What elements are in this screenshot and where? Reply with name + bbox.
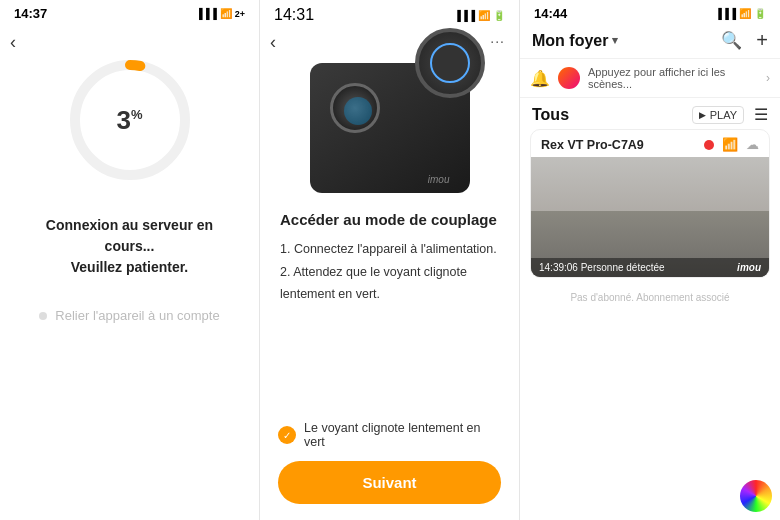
play-button[interactable]: ▶ PLAY bbox=[692, 106, 744, 124]
scene-text: Appuyez pour afficher ici les scènes... bbox=[588, 66, 758, 90]
connecting-line1: Connexion au serveur en cours... bbox=[20, 215, 239, 257]
connecting-line2: Veuillez patienter. bbox=[20, 257, 239, 278]
camera-lens-inner bbox=[344, 97, 372, 125]
status-bar-1: 14:37 ▐▐▐ 📶 2+ bbox=[0, 0, 259, 25]
pas-abonne-text: Pas d'abonné. Abonnement associé bbox=[520, 284, 780, 307]
signal-icon-2: ▐▐▐ bbox=[454, 10, 475, 21]
progress-ring: 3% bbox=[65, 55, 195, 185]
indicator-row: Le voyant clignote lentement en vert bbox=[278, 421, 501, 449]
time-2: 14:31 bbox=[274, 6, 314, 24]
progress-value: 3% bbox=[116, 105, 142, 136]
battery-icon-2: 🔋 bbox=[493, 10, 505, 21]
bell-icon: 🔔 bbox=[530, 69, 550, 88]
panel-connecting: 14:37 ▐▐▐ 📶 2+ ‹ 3% Connexion au serveur… bbox=[0, 0, 260, 520]
back-button-2[interactable]: ‹ bbox=[270, 32, 276, 53]
suivant-button[interactable]: Suivant bbox=[278, 461, 501, 504]
signal-icon-3: ▐▐▐ bbox=[715, 8, 736, 19]
header-icons: 🔍 + bbox=[721, 29, 768, 52]
camera-card: Rex VT Pro-C7A9 📶 ☁ Mode confidentiel 14… bbox=[530, 129, 770, 278]
record-dot bbox=[704, 140, 714, 150]
camera-image: imou bbox=[300, 38, 480, 193]
connecting-text: Connexion au serveur en cours... Veuille… bbox=[20, 215, 239, 278]
coupling-title: Accéder au mode de couplage bbox=[280, 211, 497, 228]
scene-banner[interactable]: 🔔 Appuyez pour afficher ici les scènes..… bbox=[520, 59, 780, 98]
scene-arrow-icon: › bbox=[766, 71, 770, 85]
panel-3-header: Mon foyer ▾ 🔍 + bbox=[520, 25, 780, 59]
step-dot bbox=[39, 312, 47, 320]
camera-lens bbox=[330, 83, 380, 133]
status-icons-3: ▐▐▐ 📶 🔋 bbox=[715, 8, 766, 19]
camera-brand: imou bbox=[428, 174, 450, 185]
coupling-steps: 1. Connectez l'appareil à l'alimentation… bbox=[280, 238, 499, 306]
menu-icon[interactable]: ☰ bbox=[754, 105, 768, 124]
camera-zoom-lens bbox=[415, 28, 485, 98]
panel-2-header: 14:31 ▐▐▐ 📶 🔋 bbox=[260, 0, 519, 28]
wifi-icon-2: 📶 bbox=[478, 10, 490, 21]
back-button-1[interactable]: ‹ bbox=[10, 32, 16, 53]
network-icon: 2+ bbox=[235, 9, 245, 19]
indicator-text: Le voyant clignote lentement en vert bbox=[304, 421, 501, 449]
detection-text: 14:39:06 Personne détectée bbox=[539, 262, 665, 273]
tous-bar: Tous ▶ PLAY ☰ bbox=[520, 98, 780, 129]
tous-label: Tous bbox=[532, 106, 569, 124]
camera-card-header: Rex VT Pro-C7A9 📶 ☁ bbox=[531, 130, 769, 157]
cloud-icon: ☁ bbox=[746, 137, 759, 152]
status-bar-3: 14:44 ▐▐▐ 📶 🔋 bbox=[520, 0, 780, 25]
time-3: 14:44 bbox=[534, 6, 567, 21]
indicator-check-icon bbox=[278, 426, 296, 444]
sky-layer bbox=[531, 157, 769, 217]
coupling-step-1: 1. Connectez l'appareil à l'alimentation… bbox=[280, 238, 499, 261]
camera-zoom-inner bbox=[430, 43, 470, 83]
step-label: Relier l'appareil à un compte bbox=[55, 308, 219, 323]
time-1: 14:37 bbox=[14, 6, 47, 21]
signal-icon: ▐▐▐ bbox=[195, 8, 216, 19]
add-button[interactable]: + bbox=[756, 29, 768, 52]
wifi-icon: 📶 bbox=[220, 8, 232, 19]
status-icons-1: ▐▐▐ 📶 2+ bbox=[195, 8, 245, 19]
search-button[interactable]: 🔍 bbox=[721, 30, 742, 51]
wifi-status-icon: 📶 bbox=[722, 137, 738, 152]
panel-2-content: imou Accéder au mode de couplage 1. Conn… bbox=[260, 28, 519, 407]
coupling-step-2: 2. Attendez que le voyant clignote lente… bbox=[280, 261, 499, 306]
battery-icon-3: 🔋 bbox=[754, 8, 766, 19]
panel-coupling: 14:31 ▐▐▐ 📶 🔋 ‹ ··· imou bbox=[260, 0, 520, 520]
play-triangle-icon: ▶ bbox=[699, 110, 706, 120]
foyer-chevron-icon: ▾ bbox=[612, 34, 618, 47]
dots-icon: ··· bbox=[490, 33, 505, 49]
camera-card-icons: 📶 ☁ bbox=[704, 137, 759, 152]
panel-2-footer: Le voyant clignote lentement en vert Sui… bbox=[260, 407, 519, 520]
step-item: Relier l'appareil à un compte bbox=[39, 308, 219, 323]
camera-name: Rex VT Pro-C7A9 bbox=[541, 138, 644, 152]
play-label: PLAY bbox=[710, 109, 737, 121]
wifi-icon-3: 📶 bbox=[739, 8, 751, 19]
foyer-title[interactable]: Mon foyer ▾ bbox=[532, 32, 618, 50]
status-icons-2: ▐▐▐ 📶 🔋 bbox=[454, 10, 505, 21]
more-options-button[interactable]: ··· bbox=[490, 32, 505, 50]
detection-bar: 14:39:06 Personne détectée imou bbox=[531, 258, 769, 277]
camera-thumbnail[interactable]: Mode confidentiel 14:39:06 Personne déte… bbox=[531, 157, 769, 277]
avatar bbox=[558, 67, 580, 89]
imou-watermark: imou bbox=[737, 262, 761, 273]
panel-1-content: 3% Connexion au serveur en cours... Veui… bbox=[0, 25, 259, 520]
siri-button[interactable] bbox=[740, 480, 772, 512]
panel-home: 14:44 ▐▐▐ 📶 🔋 Mon foyer ▾ 🔍 + 🔔 Appuyez … bbox=[520, 0, 780, 520]
foyer-label: Mon foyer bbox=[532, 32, 608, 50]
